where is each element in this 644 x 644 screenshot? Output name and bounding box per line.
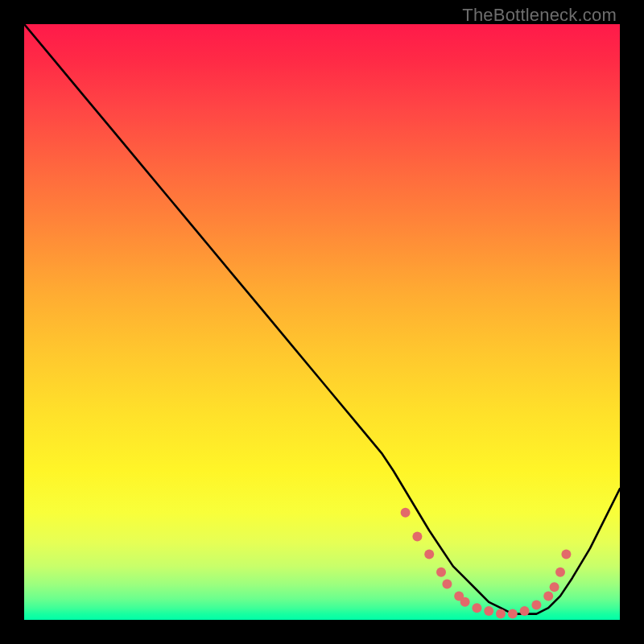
marker-dot — [508, 609, 518, 619]
chart-canvas: TheBottleneck.com — [0, 0, 644, 644]
bottleneck-curve — [24, 24, 620, 614]
marker-dot — [550, 582, 559, 592]
marker-dot — [412, 531, 422, 541]
marker-dot — [484, 606, 493, 616]
marker-dot — [472, 603, 481, 613]
marker-dot — [401, 508, 411, 518]
marker-dot — [442, 580, 452, 589]
marker-dot — [520, 606, 530, 616]
marker-dot — [496, 609, 506, 619]
plot-area — [24, 24, 620, 620]
marker-dot — [555, 568, 565, 577]
marker-dot — [543, 591, 553, 601]
marker-dot — [436, 568, 446, 577]
marker-dot — [531, 601, 541, 610]
marker-dot — [561, 550, 571, 559]
chart-svg — [24, 24, 620, 620]
watermark-text: TheBottleneck.com — [462, 5, 617, 26]
marker-dot — [460, 597, 470, 607]
marker-dot — [424, 550, 434, 559]
